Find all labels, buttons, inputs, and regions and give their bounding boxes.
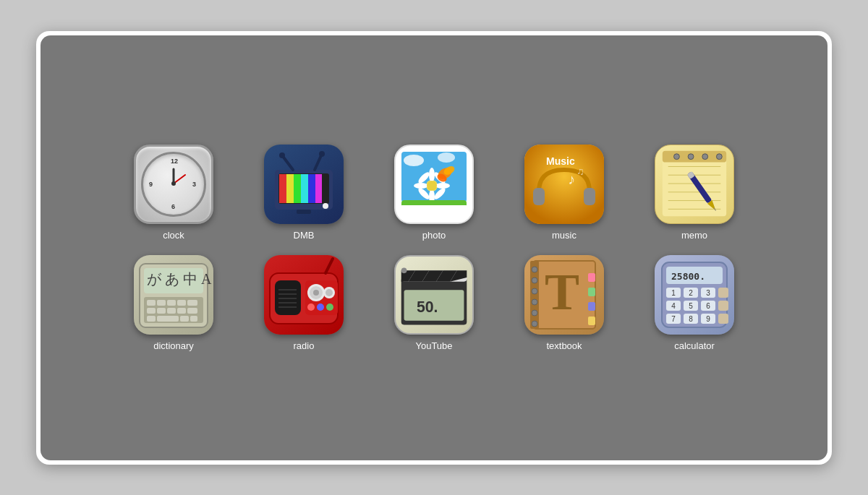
svg-text:3: 3 (706, 289, 710, 297)
clock-app[interactable]: 12 3 6 9 clock (134, 145, 213, 241)
photo-icon-box (394, 145, 474, 224)
svg-point-57 (716, 153, 722, 159)
svg-rect-39 (399, 205, 469, 219)
youtube-svg: 50. (396, 255, 472, 335)
svg-text:♪: ♪ (568, 171, 575, 187)
radio-svg (264, 255, 344, 335)
svg-rect-121 (588, 317, 595, 325)
svg-rect-43 (584, 188, 595, 205)
clock-svg: 12 3 6 9 (143, 153, 205, 215)
photo-label: photo (422, 230, 446, 241)
svg-point-115 (532, 299, 537, 305)
memo-label: memo (681, 230, 707, 241)
youtube-app[interactable]: 50. YouTube (394, 255, 474, 351)
svg-rect-146 (718, 301, 728, 311)
svg-rect-145 (718, 288, 728, 298)
music-svg: Music ♪ ♫ (524, 145, 604, 224)
svg-rect-72 (147, 308, 156, 314)
svg-rect-70 (177, 300, 186, 306)
music-label: music (552, 230, 576, 241)
svg-text:6: 6 (706, 302, 710, 310)
svg-text:Music: Music (546, 155, 575, 167)
svg-rect-79 (180, 316, 189, 322)
svg-point-6 (171, 181, 176, 186)
svg-point-54 (674, 153, 680, 159)
svg-rect-76 (187, 308, 197, 314)
calc-icon-box: 25800. 1 2 3 4 5 (655, 255, 734, 335)
svg-point-94 (326, 289, 333, 296)
svg-rect-77 (147, 316, 156, 322)
svg-text:1: 1 (671, 289, 676, 297)
svg-text:7: 7 (671, 315, 676, 323)
dmb-icon-box (264, 145, 344, 224)
photo-svg (396, 146, 472, 223)
svg-rect-147 (718, 314, 728, 324)
svg-point-113 (532, 277, 537, 283)
svg-text:6: 6 (171, 203, 175, 210)
radio-app[interactable]: radio (264, 255, 344, 351)
calculator-app[interactable]: 25800. 1 2 3 4 5 (655, 255, 734, 351)
svg-text:♫: ♫ (576, 165, 584, 177)
svg-text:3: 3 (192, 181, 196, 188)
clock-label: clock (163, 230, 184, 241)
svg-rect-67 (147, 300, 156, 306)
dmb-app[interactable]: DMB (264, 145, 344, 241)
svg-text:5: 5 (689, 302, 693, 310)
svg-rect-119 (588, 288, 595, 296)
svg-rect-10 (286, 174, 294, 203)
svg-point-55 (688, 153, 694, 159)
svg-text:9: 9 (149, 181, 153, 188)
radio-icon-box (264, 255, 344, 335)
svg-rect-120 (588, 302, 595, 311)
clock-face: 12 3 6 9 (141, 152, 206, 217)
svg-rect-80 (190, 316, 197, 322)
calc-label: calculator (674, 340, 715, 351)
svg-line-98 (326, 259, 333, 273)
svg-point-34 (427, 181, 437, 191)
memo-svg (655, 145, 733, 224)
svg-rect-68 (157, 300, 166, 306)
music-app[interactable]: Music ♪ ♫ music (524, 145, 604, 241)
svg-text:9: 9 (706, 315, 710, 323)
svg-point-114 (532, 288, 537, 294)
svg-text:8: 8 (689, 315, 693, 323)
dict-icon-box: が あ 中 A (134, 255, 213, 335)
memo-app[interactable]: memo (655, 145, 734, 241)
textbook-app[interactable]: T textbook (524, 255, 604, 351)
svg-text:25800.: 25800. (671, 271, 705, 282)
svg-rect-118 (588, 273, 595, 282)
svg-rect-78 (157, 316, 179, 322)
svg-point-117 (532, 321, 537, 327)
svg-text:T: T (545, 263, 579, 321)
svg-point-24 (438, 152, 455, 163)
youtube-label: YouTube (415, 340, 452, 351)
dmb-svg (268, 148, 340, 220)
photo-app[interactable]: photo (394, 145, 474, 241)
dict-label: dictionary (153, 340, 194, 351)
svg-rect-12 (301, 174, 308, 203)
svg-rect-9 (279, 174, 286, 203)
svg-rect-73 (157, 308, 166, 314)
svg-point-56 (702, 153, 708, 159)
music-icon-box: Music ♪ ♫ (524, 145, 604, 224)
clock-icon-box: 12 3 6 9 (134, 145, 213, 224)
svg-point-97 (326, 304, 333, 311)
svg-text:2: 2 (689, 289, 693, 297)
memo-icon-box (655, 145, 734, 224)
svg-text:が あ 中 A: が あ 中 A (147, 271, 212, 287)
svg-rect-71 (187, 300, 197, 306)
svg-point-29 (435, 183, 450, 189)
dmb-label: DMB (294, 230, 315, 241)
textbook-icon-box: T (524, 255, 604, 335)
svg-point-20 (323, 203, 328, 209)
svg-point-26 (429, 168, 435, 182)
inner-panel: 12 3 6 9 clock (41, 35, 827, 460)
svg-text:4: 4 (671, 302, 676, 310)
youtube-icon-box: 50. (394, 255, 474, 335)
outer-frame: 12 3 6 9 clock (36, 31, 832, 465)
svg-rect-69 (167, 300, 176, 306)
svg-point-92 (313, 290, 319, 296)
textbook-svg: T (524, 255, 604, 335)
svg-point-108 (401, 267, 407, 273)
dictionary-app[interactable]: が あ 中 A (134, 255, 213, 351)
